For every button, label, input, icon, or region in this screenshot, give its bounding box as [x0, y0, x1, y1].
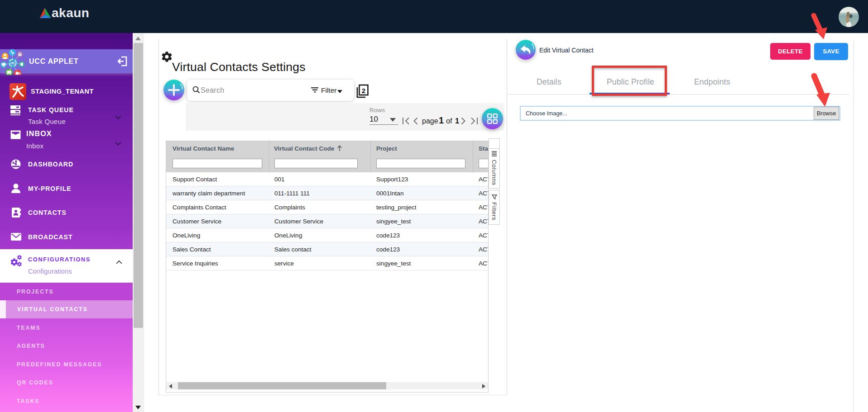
svg-text:2: 2	[362, 87, 365, 95]
svg-text:UC: UC	[10, 62, 15, 65]
